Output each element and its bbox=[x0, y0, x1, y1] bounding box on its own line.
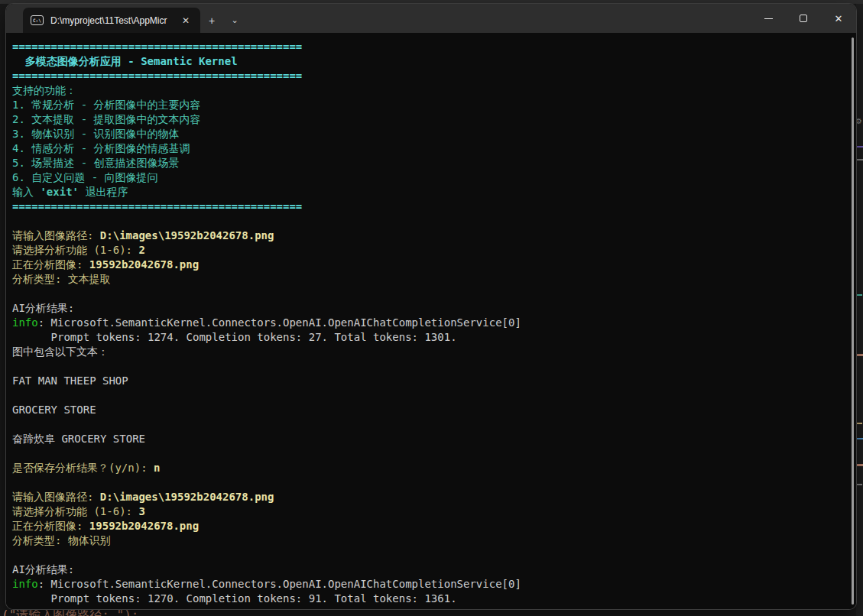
terminal-line bbox=[12, 446, 848, 461]
terminal-line: 请选择分析功能 (1-6): 2 bbox=[12, 243, 848, 258]
terminal-line: 图中包含以下文本： bbox=[12, 345, 848, 359]
close-icon: ✕ bbox=[835, 14, 843, 24]
terminal-line: 奋蹄炊阜 GROCERY STORE bbox=[12, 432, 848, 446]
terminal-line: 4. 情感分析 - 分析图像的情感基调 bbox=[12, 141, 848, 156]
cmd-icon: C:\ bbox=[31, 15, 44, 25]
minimize-button[interactable] bbox=[751, 4, 786, 33]
terminal-line: 是否保存分析结果？(y/n): n bbox=[12, 461, 848, 475]
background-app-fragment bbox=[857, 159, 863, 160]
terminal-line: 请输入图像路径: D:\images\19592b2042678.png bbox=[12, 490, 848, 504]
background-app-fragment bbox=[857, 294, 862, 296]
terminal-line bbox=[12, 359, 848, 374]
terminal-line: AI分析结果: bbox=[12, 301, 848, 316]
background-app-right-strip: ⚙ bbox=[856, 4, 863, 616]
terminal-line: 支持的功能： bbox=[12, 83, 848, 98]
terminal-line: AI分析结果: bbox=[12, 563, 848, 577]
terminal-line: 5. 场景描述 - 创意描述图像场景 bbox=[12, 156, 848, 170]
terminal-line: 请输入图像路径: D:\images\19592b2042678.png bbox=[12, 229, 848, 243]
terminal-line: GROCERY STORE bbox=[12, 403, 848, 417]
terminal-line: 6. 自定义问题 - 向图像提问 bbox=[12, 170, 848, 185]
title-bar: C:\ D:\myproject\11Test\AppMicr ✕ + ⌄ ✕ bbox=[6, 4, 856, 33]
tab-title: D:\myproject\11Test\AppMicr bbox=[50, 15, 172, 26]
terminal-line bbox=[12, 475, 848, 490]
background-app-fragment bbox=[857, 438, 863, 439]
terminal-line: Prompt tokens: 1270. Completion tokens: … bbox=[12, 592, 848, 606]
terminal-line: ========================================… bbox=[12, 40, 848, 54]
terminal-line: info: Microsoft.SemanticKernel.Connector… bbox=[12, 577, 848, 592]
tab-close-icon[interactable]: ✕ bbox=[179, 14, 193, 28]
background-app-fragment bbox=[857, 484, 862, 485]
close-button[interactable]: ✕ bbox=[821, 4, 856, 33]
terminal-content[interactable]: ========================================… bbox=[6, 33, 856, 609]
terminal-scrollbar[interactable] bbox=[852, 37, 854, 605]
terminal-line: 1. 常规分析 - 分析图像中的主要内容 bbox=[12, 98, 848, 112]
window-controls: ✕ bbox=[751, 4, 856, 33]
terminal-line: 请选择分析功能 (1-6): 3 bbox=[12, 504, 848, 519]
gear-icon: ⚙ bbox=[855, 117, 862, 125]
terminal-tab[interactable]: C:\ D:\myproject\11Test\AppMicr ✕ bbox=[23, 8, 200, 33]
terminal-window: C:\ D:\myproject\11Test\AppMicr ✕ + ⌄ ✕ … bbox=[6, 4, 856, 609]
terminal-line: 输入 'exit' 退出程序 bbox=[12, 185, 848, 199]
tab-dropdown-button[interactable]: ⌄ bbox=[223, 8, 246, 33]
terminal-line: ========================================… bbox=[12, 69, 848, 83]
terminal-line: 正在分析图像: 19592b2042678.png bbox=[12, 258, 848, 272]
background-app-fragment bbox=[857, 423, 862, 424]
background-app-fragment bbox=[857, 354, 863, 356]
minimize-icon bbox=[764, 18, 773, 19]
terminal-line bbox=[12, 214, 848, 229]
terminal-line: Prompt tokens: 1274. Completion tokens: … bbox=[12, 330, 848, 345]
terminal-line: 2. 文本提取 - 提取图像中的文本内容 bbox=[12, 112, 848, 127]
terminal-line: 正在分析图像: 19592b2042678.png bbox=[12, 519, 848, 533]
chevron-down-icon: ⌄ bbox=[231, 15, 238, 25]
terminal-line: ========================================… bbox=[12, 199, 848, 214]
terminal-line: FAT MAN THEEP SHOP bbox=[12, 374, 848, 388]
new-tab-button[interactable]: + bbox=[200, 8, 223, 33]
terminal-line: 分析类型: 文本提取 bbox=[12, 272, 848, 287]
terminal-line bbox=[12, 388, 848, 403]
terminal-line: info: Microsoft.SemanticKernel.Connector… bbox=[12, 316, 848, 330]
terminal-line bbox=[12, 287, 848, 301]
terminal-line: 多模态图像分析应用 - Semantic Kernel bbox=[12, 54, 848, 69]
background-app-fragment bbox=[856, 146, 863, 148]
plus-icon: + bbox=[209, 15, 215, 27]
terminal-line: 3. 物体识别 - 识别图像中的物体 bbox=[12, 127, 848, 141]
maximize-icon bbox=[800, 15, 807, 22]
terminal-line: 分析类型: 物体识别 bbox=[12, 533, 848, 548]
background-app-fragment bbox=[857, 464, 863, 466]
terminal-line bbox=[12, 417, 848, 432]
terminal-line bbox=[12, 548, 848, 563]
maximize-button[interactable] bbox=[786, 4, 821, 33]
